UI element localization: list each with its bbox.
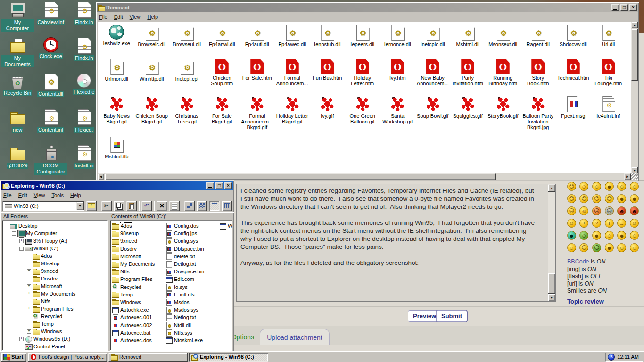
submit-button[interactable]: Submit [436, 310, 467, 322]
smiley[interactable]: ☹ [592, 206, 601, 215]
file-list-item[interactable]: delete.txt [165, 253, 218, 260]
file-list-item[interactable]: Msdos.--- [165, 298, 218, 306]
large-icons-view-button[interactable] [184, 201, 195, 211]
file-icon-item[interactable]: One Green Balloon.gif [345, 96, 380, 137]
tree-toggle[interactable]: + [27, 284, 31, 288]
small-icons-view-button[interactable] [197, 201, 207, 211]
file-icon-item[interactable]: Url.dll [591, 25, 626, 59]
smiley[interactable]: ☹ [605, 206, 614, 215]
minimize-button[interactable] [611, 4, 619, 11]
tree-item[interactable]: Dosdrv [2, 275, 107, 282]
file-list-item[interactable]: 98setup [112, 230, 165, 237]
scroll-up-arrow[interactable]: ▲ [548, 184, 555, 192]
menu-item[interactable]: File [99, 14, 107, 20]
taskbar-task-button[interactable]: Exploring - Win98 (C:) [189, 353, 268, 362]
list-view-button[interactable] [209, 201, 219, 211]
smiley[interactable]: ☺ [579, 206, 588, 215]
file-icon-item[interactable]: Fun Bus.htm [310, 59, 345, 96]
maximize-button[interactable]: □ [620, 4, 628, 11]
scroll-up-arrow[interactable]: ▲ [631, 22, 638, 28]
smiley[interactable]: ☻ [617, 194, 626, 203]
file-list-item[interactable]: Ntfs [112, 268, 165, 275]
tree-item[interactable]: Ntfs [2, 297, 107, 305]
tree-item[interactable]: + Windows95 (D:) [2, 335, 107, 343]
file-icon-item[interactable]: Ivy.gif [310, 96, 345, 137]
tree-item[interactable]: - My Computer [2, 230, 107, 237]
file-icon-item[interactable]: StoryBook.gif [486, 96, 521, 137]
scroll-thumb[interactable] [105, 173, 496, 180]
tree-item[interactable]: Control Panel [2, 343, 107, 350]
tree-item[interactable]: + 9xneed [2, 267, 107, 275]
file-list-item[interactable]: Dosdrv [112, 245, 165, 253]
file-icon-item[interactable]: Running Birthday.htm [486, 59, 521, 96]
menu-item[interactable]: Help [70, 192, 81, 198]
desktop-icon[interactable]: new [1, 109, 34, 145]
file-list-item[interactable]: My Documents [112, 260, 165, 268]
smiley[interactable]: ☻ [617, 231, 626, 240]
file-icon-item[interactable]: Mshtml.dll [450, 25, 486, 59]
tree-toggle[interactable]: + [19, 337, 24, 341]
file-list-item[interactable]: Autoexec.001 [112, 313, 165, 321]
desktop-icon[interactable]: Content.inf [34, 109, 67, 145]
post-message-textarea[interactable]: I cleaned some registry entries regardin… [236, 184, 556, 302]
smiley[interactable]: ☻ [617, 206, 626, 215]
file-list-item[interactable]: Ntoskrnl.exe [165, 337, 218, 344]
file-list-item[interactable]: Ntdll.dll [165, 321, 218, 329]
file-list-item[interactable]: 9xneed [112, 237, 165, 245]
menu-item[interactable]: Edit [114, 14, 123, 20]
file-list-item[interactable]: Edit.com [165, 275, 218, 283]
menu-item[interactable]: Edit [18, 192, 27, 198]
file-list-item[interactable]: Program Files [112, 275, 165, 283]
drive-combobox[interactable]: Win98 (C:) ▼ [2, 201, 84, 211]
file-list-item[interactable]: Recycled [112, 283, 165, 291]
file-icon-item[interactable]: Technical.htm [556, 59, 591, 96]
file-icon-item[interactable]: Fp4awec.dll [275, 25, 310, 59]
file-icon-item[interactable]: Formal Announcem... Bkgrd.gif [239, 96, 275, 137]
file-list-item[interactable]: Config.dos [165, 222, 218, 230]
file-icon-item[interactable]: Soup Bowl.gif [415, 96, 451, 137]
undo-button[interactable]: ↶ [141, 201, 152, 211]
smiley[interactable]: ☻ [567, 231, 576, 240]
taskbar-task-button[interactable]: Fool's design | Post a reply... [28, 353, 107, 362]
file-icon-item[interactable]: Winhttp.dll [134, 59, 170, 96]
file-list-item[interactable]: Config.sys [165, 237, 218, 245]
file-list-item[interactable]: Msdos.sys [165, 306, 218, 313]
maximize-button[interactable]: □ [215, 182, 223, 189]
tree-item[interactable]: 98setup [2, 260, 107, 267]
smiley[interactable]: ☺ [617, 182, 626, 191]
tree-item[interactable]: 4dos [2, 252, 107, 260]
menu-item[interactable]: View [130, 14, 141, 20]
file-icon-item[interactable]: Ieshwiz.exe [99, 25, 134, 59]
menu-item[interactable]: Tools [51, 192, 64, 198]
smiley[interactable]: ☹ [567, 194, 576, 203]
file-icon-item[interactable]: Formal Announcem... [275, 59, 310, 96]
file-list-item[interactable]: Autochk.exe [112, 306, 165, 313]
up-one-level-button[interactable] [86, 201, 97, 211]
close-button[interactable]: × [629, 4, 637, 11]
smiley[interactable]: ☹ [579, 194, 588, 203]
tree-item[interactable]: Recycled [2, 313, 107, 320]
desktop-icon[interactable]: Clock.exe [34, 38, 67, 74]
smiley[interactable]: i [605, 219, 614, 228]
desktop-icon[interactable]: My Computer [1, 2, 34, 38]
explorer-titlebar[interactable]: Exploring - Win98 (C:) □ × [1, 181, 233, 190]
tree-item[interactable]: + Program Files [2, 305, 107, 313]
resize-grip[interactable] [631, 173, 638, 180]
desktop-icon[interactable]: Content.dll [34, 74, 67, 109]
file-icon-item[interactable]: Fp4anwi.dll [205, 25, 240, 59]
file-list-item[interactable]: Io.sys [165, 283, 218, 291]
tree-item[interactable]: + Windows [2, 328, 107, 335]
scroll-thumb[interactable] [548, 273, 555, 294]
tree-toggle[interactable]: + [19, 239, 24, 243]
file-list-item[interactable]: Detlog.txt [165, 260, 218, 268]
file-list-item[interactable]: Autoexec.dos [112, 337, 165, 344]
copy-button[interactable] [114, 201, 124, 211]
file-list-item[interactable]: L_intl.nls [165, 291, 218, 298]
file-list-item[interactable]: Windows [112, 298, 165, 306]
desktop-icon[interactable]: Recycle Bin [1, 74, 34, 109]
close-button[interactable]: × [224, 182, 232, 189]
file-icon-item[interactable]: Iernonce.dll [380, 25, 415, 59]
file-icon-item[interactable]: For Sale.htm [239, 59, 275, 96]
smiley[interactable]: → [617, 219, 626, 228]
removed-titlebar[interactable]: Removed □ × [97, 3, 638, 12]
